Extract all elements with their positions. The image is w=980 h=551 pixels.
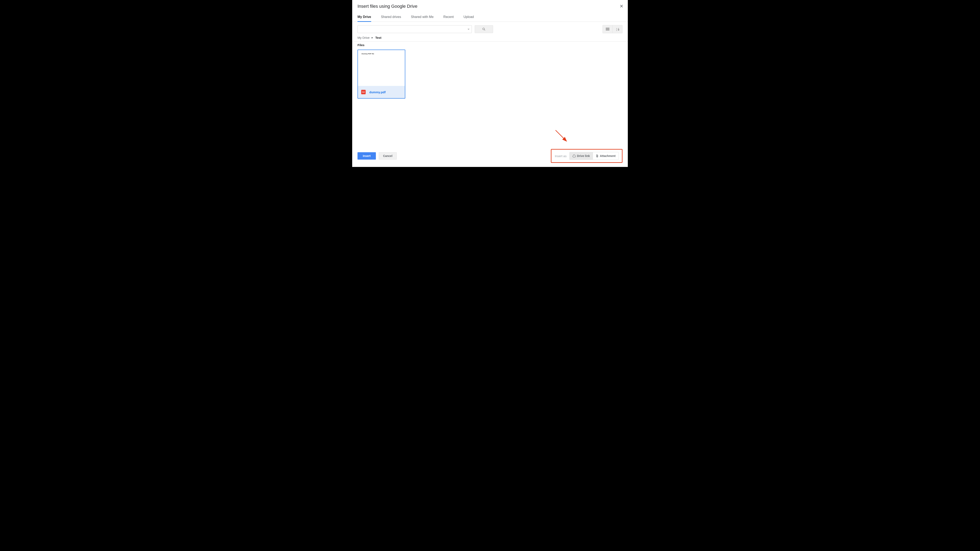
list-icon (606, 28, 609, 30)
close-button[interactable]: ✕ (620, 4, 623, 9)
search-input[interactable] (358, 25, 472, 33)
file-footer: PDF dummy.pdf (358, 86, 405, 98)
breadcrumb-root[interactable]: My Drive (358, 36, 369, 40)
pdf-icon: PDF (361, 90, 366, 94)
list-view-button[interactable] (603, 25, 612, 33)
svg-rect-4 (606, 30, 609, 30)
drive-link-label: Drive link (577, 154, 590, 157)
svg-point-0 (483, 28, 485, 30)
file-preview: Dummy PDF file (358, 50, 405, 86)
svg-marker-9 (573, 155, 576, 157)
file-name: dummy.pdf (369, 91, 386, 94)
sort-icon: AZ (616, 27, 619, 31)
insert-mode-toggle: Drive link Attachment (570, 152, 619, 160)
tab-my-drive[interactable]: My Drive (358, 15, 371, 22)
sort-button[interactable]: AZ (612, 25, 622, 33)
chevron-right-icon: ▸ (372, 36, 373, 40)
close-icon: ✕ (620, 4, 623, 9)
tab-recent[interactable]: Recent (444, 15, 454, 22)
dialog-footer: Insert Cancel Insert as Drive link Attac… (352, 146, 628, 167)
file-item[interactable]: Dummy PDF file PDF dummy.pdf (358, 49, 405, 98)
attachment-label: Attachment (600, 154, 616, 157)
svg-line-1 (484, 30, 485, 30)
toolbar: AZ (352, 22, 628, 33)
svg-rect-3 (606, 29, 609, 29)
svg-rect-2 (606, 28, 609, 29)
drive-picker-dialog: Insert files using Google Drive ✕ My Dri… (352, 0, 628, 167)
breadcrumb: My Drive ▸ Test (352, 33, 628, 41)
tab-upload[interactable]: Upload (463, 15, 474, 22)
tab-shared-drives[interactable]: Shared drives (381, 15, 401, 22)
files-section-label: Files (352, 41, 628, 47)
attachment-option[interactable]: Attachment (593, 152, 619, 160)
svg-text:Z: Z (616, 29, 617, 31)
cancel-button[interactable]: Cancel (379, 152, 397, 160)
insert-button[interactable]: Insert (358, 152, 376, 160)
breadcrumb-current: Test (375, 36, 381, 40)
dialog-header: Insert files using Google Drive ✕ (352, 0, 628, 9)
tab-bar: My Drive Shared drives Shared with Me Re… (352, 15, 628, 22)
drive-icon (573, 154, 576, 157)
paperclip-icon (596, 154, 599, 157)
insert-as-group: Insert as Drive link Attachment (551, 149, 622, 163)
search-icon (482, 27, 486, 31)
search-button[interactable] (475, 25, 493, 33)
drive-link-option[interactable]: Drive link (570, 152, 593, 160)
insert-as-label: Insert as (555, 154, 566, 158)
tab-shared-with-me[interactable]: Shared with Me (411, 15, 433, 22)
dialog-title: Insert files using Google Drive (358, 4, 622, 9)
view-controls: AZ (603, 25, 622, 33)
files-grid: Dummy PDF file PDF dummy.pdf (352, 47, 628, 146)
chevron-down-icon (468, 29, 469, 30)
